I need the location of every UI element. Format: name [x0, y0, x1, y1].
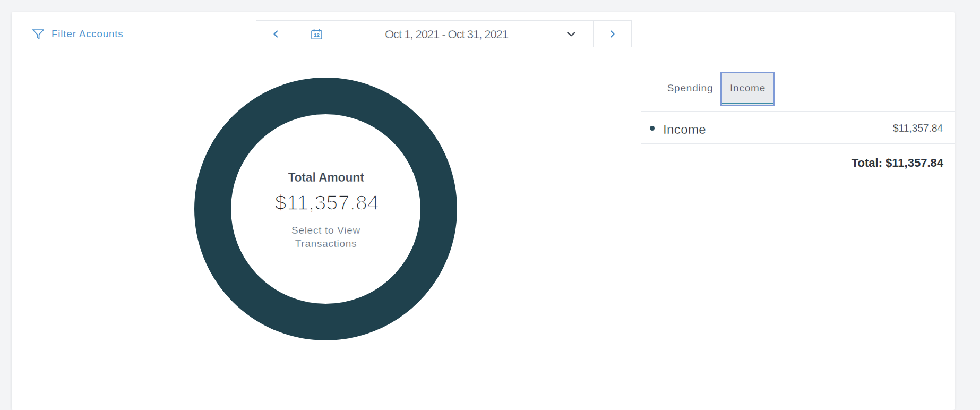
svg-text:12: 12 [314, 32, 320, 38]
